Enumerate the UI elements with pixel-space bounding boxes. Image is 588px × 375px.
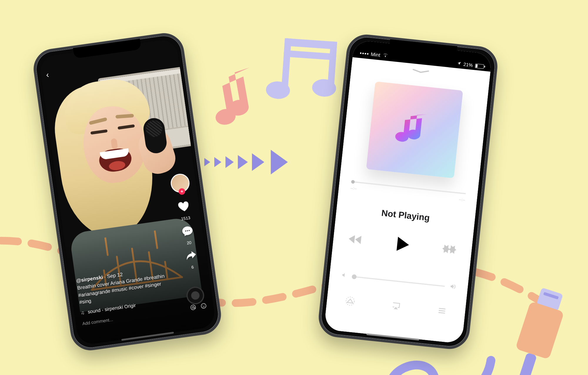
tiktok-screen: ‹ + 1513 20 — [38, 38, 216, 346]
share-icon — [181, 248, 201, 265]
time-elapsed: --:-- — [350, 186, 357, 191]
svg-point-23 — [203, 305, 203, 306]
phone-left: ‹ + 1513 20 — [31, 31, 223, 353]
volume-high-icon — [449, 283, 457, 291]
stage: ‹ + 1513 20 — [0, 0, 588, 375]
carrier-label: Mint — [370, 51, 380, 58]
airplay-button[interactable] — [390, 300, 402, 312]
mention-icon[interactable] — [189, 304, 197, 312]
phone-right: Mint 21% — [317, 33, 499, 351]
volume-slider[interactable] — [341, 272, 457, 291]
music-note-icon: ♫ — [81, 310, 85, 315]
svg-point-24 — [204, 305, 205, 305]
like-button[interactable]: 1513 — [174, 199, 195, 222]
svg-line-27 — [439, 310, 445, 311]
volume-low-icon — [341, 272, 348, 280]
music-note-icon — [206, 60, 273, 140]
share-button[interactable]: 6 — [181, 248, 202, 271]
queue-button[interactable] — [436, 305, 447, 317]
svg-rect-1 — [284, 50, 336, 60]
forward-button[interactable] — [441, 243, 457, 257]
svg-line-28 — [439, 312, 445, 313]
rewind-button[interactable] — [348, 233, 364, 247]
playback-destination-button[interactable] — [345, 296, 356, 308]
now-playing-title: Not Playing — [336, 203, 475, 228]
music-now-playing-screen: Mint 21% — [324, 40, 492, 344]
comment-icon — [178, 224, 198, 241]
play-button[interactable] — [395, 236, 410, 254]
battery-icon — [475, 63, 484, 69]
location-icon — [457, 61, 462, 67]
time-remaining: --:-- — [459, 197, 465, 202]
beamed-note-icon — [263, 33, 345, 115]
svg-point-22 — [201, 303, 206, 309]
sheet-grabber[interactable] — [412, 69, 430, 73]
comment-placeholder: Add comment... — [82, 317, 113, 326]
music-note-icon — [390, 106, 439, 154]
heart-icon — [174, 199, 194, 217]
album-art-placeholder[interactable] — [366, 81, 463, 178]
post-date: Sep 12 — [107, 272, 123, 279]
svg-rect-0 — [284, 38, 337, 49]
transfer-arrows-decor — [204, 150, 288, 174]
comment-button[interactable]: 20 — [178, 224, 198, 246]
svg-rect-8 — [515, 301, 564, 360]
svg-line-26 — [439, 308, 445, 309]
emoji-icon[interactable] — [200, 302, 208, 311]
signal-dots-icon — [360, 52, 368, 55]
lightning-plug-icon — [500, 286, 576, 375]
svg-point-25 — [345, 297, 355, 306]
svg-rect-2 — [281, 38, 291, 89]
wifi-icon — [382, 52, 389, 59]
svg-point-20 — [191, 305, 196, 310]
battery-percent: 21% — [463, 62, 473, 68]
svg-rect-9 — [516, 352, 537, 375]
